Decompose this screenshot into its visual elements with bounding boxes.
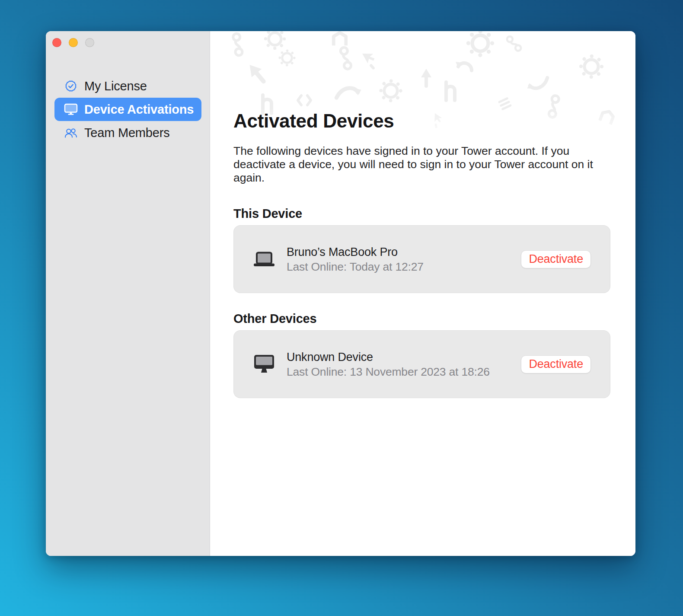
description-line: again. bbox=[233, 171, 610, 185]
close-button[interactable] bbox=[52, 38, 61, 47]
section-heading-other-devices: Other Devices bbox=[233, 311, 610, 326]
device-name: Unknown Device bbox=[287, 350, 490, 364]
sidebar-item-device-activations[interactable]: Device Activations bbox=[54, 98, 201, 121]
sidebar-item-team-members[interactable]: Team Members bbox=[54, 121, 201, 144]
sidebar-item-my-license[interactable]: My License bbox=[54, 74, 201, 98]
page-title: Activated Devices bbox=[233, 110, 610, 132]
desktop-display-icon bbox=[253, 355, 275, 374]
sidebar-nav: My License Device Activations bbox=[54, 74, 201, 144]
description-line: deactivate a device, you will need to si… bbox=[233, 158, 610, 171]
device-name: Bruno’s MacBook Pro bbox=[287, 245, 424, 259]
device-last-online: Last Online: Today at 12:27 bbox=[287, 259, 424, 274]
app-window: My License Device Activations bbox=[46, 31, 635, 556]
sidebar-item-label: Team Members bbox=[84, 126, 169, 140]
device-info: Unknown Device Last Online: 13 November … bbox=[287, 350, 490, 379]
description-line: The following devices have signed in to … bbox=[233, 144, 610, 158]
license-seal-check-icon bbox=[64, 79, 78, 93]
minimize-button[interactable] bbox=[69, 38, 78, 47]
sidebar-item-label: Device Activations bbox=[84, 102, 194, 117]
people-icon bbox=[64, 126, 78, 140]
sidebar: My License Device Activations bbox=[46, 31, 210, 556]
device-last-online: Last Online: 13 November 2023 at 18:26 bbox=[287, 364, 490, 379]
device-info: Bruno’s MacBook Pro Last Online: Today a… bbox=[287, 245, 424, 274]
deactivate-button[interactable]: Deactivate bbox=[521, 356, 590, 373]
main-panel: Activated Devices The following devices … bbox=[210, 31, 635, 556]
window-controls bbox=[46, 31, 210, 47]
laptop-icon bbox=[253, 251, 275, 268]
device-card: Unknown Device Last Online: 13 November … bbox=[233, 330, 610, 398]
sidebar-item-label: My License bbox=[84, 79, 147, 93]
main-content: Activated Devices The following devices … bbox=[210, 31, 635, 398]
device-card: Bruno’s MacBook Pro Last Online: Today a… bbox=[233, 225, 610, 293]
section-heading-this-device: This Device bbox=[233, 206, 610, 221]
zoom-button[interactable] bbox=[85, 38, 94, 47]
display-icon bbox=[64, 102, 78, 116]
deactivate-button[interactable]: Deactivate bbox=[521, 251, 590, 268]
page-description: The following devices have signed in to … bbox=[233, 144, 610, 185]
